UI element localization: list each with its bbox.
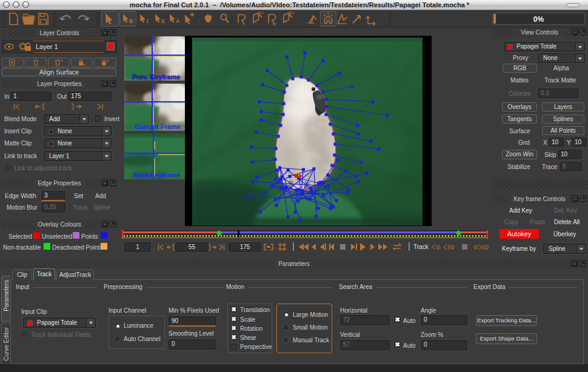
svg-text:ALL: ALL [83, 63, 86, 66]
svg-text:x+: x+ [259, 10, 264, 16]
svg-text:E: E [161, 18, 165, 24]
svg-text:B: B [273, 21, 276, 27]
svg-text:x: x [242, 21, 245, 27]
svg-text:I: I [147, 18, 149, 24]
svg-text:B: B [129, 18, 133, 24]
svg-text:A: A [176, 18, 180, 24]
svg-text:B+: B+ [289, 10, 295, 16]
